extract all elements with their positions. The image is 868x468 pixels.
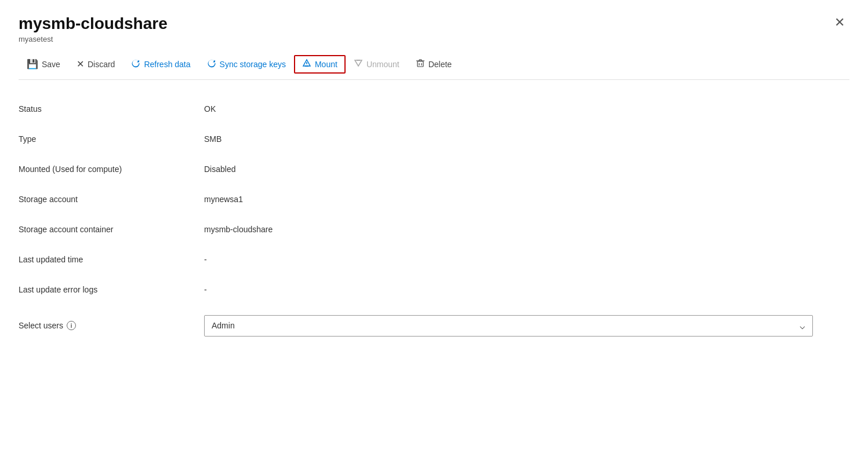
panel: mysmb-cloudshare myasetest ✕ 💾 Save ✕ Di… [0, 0, 868, 468]
page-title: mysmb-cloudshare [19, 14, 168, 34]
discard-icon: ✕ [77, 58, 84, 70]
field-value-1: SMB [204, 124, 849, 154]
select-users-dropdown-container: Admin⌵ [204, 305, 849, 347]
title-block: mysmb-cloudshare myasetest [19, 14, 168, 43]
refresh-button[interactable]: Refresh data [123, 55, 198, 74]
header: mysmb-cloudshare myasetest ✕ [19, 14, 849, 43]
svg-rect-5 [417, 61, 423, 67]
field-label-0: Status [19, 94, 204, 124]
delete-button[interactable]: Delete [408, 55, 460, 74]
select-users-info-icon: i [67, 321, 76, 330]
field-label-6: Last update error logs [19, 275, 204, 305]
unmount-button[interactable]: Unmount [346, 55, 408, 74]
svg-marker-3 [355, 60, 362, 66]
field-value-3: mynewsa1 [204, 184, 849, 214]
select-users-label: Select usersi [19, 305, 204, 347]
chevron-down-icon: ⌵ [800, 320, 805, 331]
discard-button[interactable]: ✕ Discard [68, 55, 123, 73]
field-value-0: OK [204, 94, 849, 124]
select-users-value: Admin [212, 321, 235, 330]
field-value-5: - [204, 244, 849, 275]
field-label-1: Type [19, 124, 204, 154]
mount-label: Mount [315, 60, 337, 69]
refresh-icon [131, 58, 140, 70]
sync-button[interactable]: Sync storage keys [199, 55, 294, 74]
unmount-label: Unmount [366, 60, 400, 69]
content-grid: StatusOKTypeSMBMounted (Used for compute… [19, 94, 849, 347]
field-label-2: Mounted (Used for compute) [19, 154, 204, 184]
save-button[interactable]: 💾 Save [19, 55, 68, 73]
field-value-4: mysmb-cloudshare [204, 214, 849, 244]
toolbar: 💾 Save ✕ Discard Refresh data Sync stora… [19, 55, 849, 80]
discard-label: Discard [88, 60, 115, 69]
select-users-dropdown[interactable]: Admin⌵ [204, 315, 813, 337]
field-value-2: Disabled [204, 154, 849, 184]
select-users-text: Select users [19, 321, 63, 330]
sync-label: Sync storage keys [220, 60, 286, 69]
page-subtitle: myasetest [19, 35, 168, 43]
field-value-6: - [204, 275, 849, 305]
close-button[interactable]: ✕ [830, 14, 849, 31]
field-label-4: Storage account container [19, 214, 204, 244]
unmount-icon [354, 58, 363, 70]
delete-label: Delete [428, 60, 452, 69]
save-label: Save [42, 60, 60, 69]
field-label-3: Storage account [19, 184, 204, 214]
sync-icon [207, 58, 216, 70]
refresh-label: Refresh data [144, 60, 190, 69]
mount-button[interactable]: Mount [294, 55, 346, 74]
delete-icon [416, 58, 425, 70]
save-icon: 💾 [27, 58, 38, 70]
mount-icon [302, 58, 311, 70]
field-label-5: Last updated time [19, 244, 204, 275]
